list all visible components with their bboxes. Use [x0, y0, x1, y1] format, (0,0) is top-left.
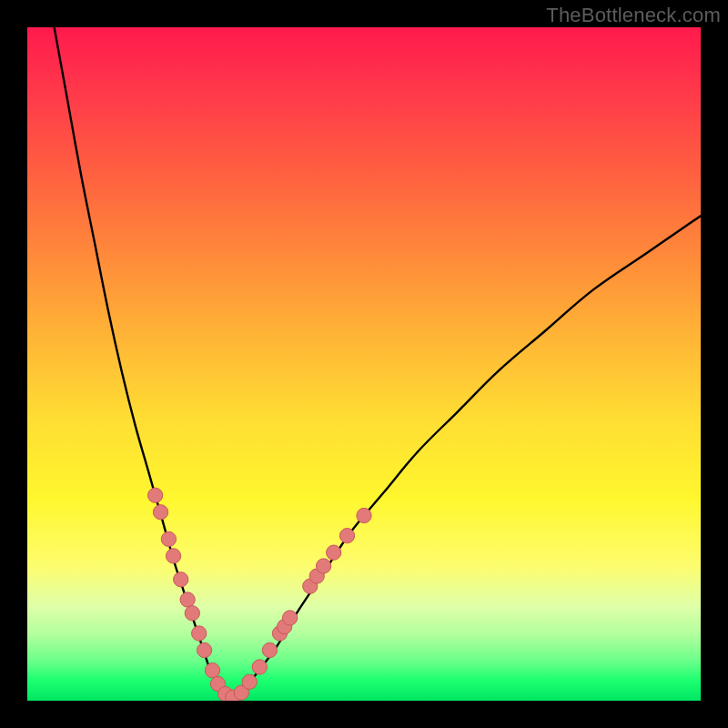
- curve-right-branch: [229, 216, 701, 697]
- outer-frame: TheBottleneck.com: [0, 0, 728, 728]
- data-point: [185, 606, 199, 621]
- data-point: [161, 531, 176, 546]
- data-point: [192, 626, 207, 641]
- data-point: [197, 642, 211, 657]
- data-point: [316, 559, 330, 573]
- data-point: [205, 663, 219, 678]
- curve-left-branch: [55, 27, 229, 697]
- data-point: [282, 611, 297, 625]
- data-point: [166, 549, 180, 563]
- data-point: [327, 545, 341, 560]
- data-point: [153, 505, 167, 520]
- watermark-text: TheBottleneck.com: [546, 4, 721, 27]
- data-point: [357, 508, 371, 522]
- curve-lines: [55, 27, 701, 697]
- chart-svg: [27, 27, 701, 701]
- data-point: [339, 529, 354, 543]
- data-point: [242, 674, 257, 689]
- data-point: [147, 488, 162, 502]
- scatter-markers: [147, 488, 371, 701]
- plot-area: [27, 27, 701, 701]
- data-point: [174, 572, 188, 587]
- data-point: [252, 660, 267, 674]
- data-point: [262, 642, 277, 657]
- data-point: [180, 592, 195, 607]
